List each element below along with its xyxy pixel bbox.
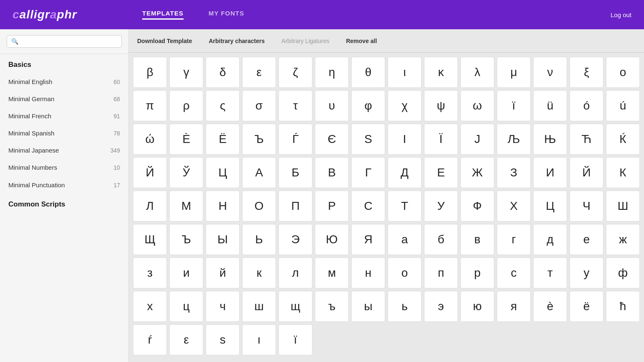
- char-cell[interactable]: Й: [570, 157, 603, 188]
- char-cell[interactable]: Й: [133, 157, 167, 188]
- char-cell[interactable]: а: [388, 224, 422, 255]
- char-cell[interactable]: ú: [606, 90, 640, 121]
- char-cell[interactable]: е: [570, 224, 603, 255]
- char-cell[interactable]: п: [424, 257, 458, 288]
- char-cell[interactable]: ю: [460, 291, 494, 322]
- char-cell[interactable]: Ц: [206, 157, 240, 188]
- char-cell[interactable]: χ: [388, 90, 422, 121]
- char-cell[interactable]: ь: [388, 291, 422, 322]
- char-cell[interactable]: λ: [460, 57, 494, 88]
- char-cell[interactable]: κ: [424, 57, 458, 88]
- char-cell[interactable]: Љ: [497, 124, 531, 155]
- char-cell[interactable]: π: [133, 90, 167, 121]
- char-cell[interactable]: Я: [351, 224, 385, 255]
- char-cell[interactable]: н: [351, 257, 385, 288]
- char-cell[interactable]: Д: [388, 157, 422, 188]
- char-cell[interactable]: σ: [242, 90, 276, 121]
- char-cell[interactable]: ï: [279, 324, 312, 355]
- sidebar-item-minimal-numbers[interactable]: Minimal Numbers 10: [0, 159, 128, 176]
- char-cell[interactable]: Н: [206, 191, 240, 222]
- char-cell[interactable]: З: [497, 157, 531, 188]
- char-cell[interactable]: Ч: [570, 191, 603, 222]
- char-cell[interactable]: Њ: [533, 124, 567, 155]
- sidebar-item-minimal-german[interactable]: Minimal German 68: [0, 90, 128, 107]
- char-cell[interactable]: θ: [351, 57, 385, 88]
- char-cell[interactable]: ώ: [133, 124, 167, 155]
- char-cell[interactable]: д: [533, 224, 567, 255]
- char-cell[interactable]: ν: [533, 57, 567, 88]
- char-cell[interactable]: Ў: [169, 157, 203, 188]
- char-cell[interactable]: П: [279, 191, 312, 222]
- char-cell[interactable]: Т: [388, 191, 422, 222]
- char-cell[interactable]: м: [315, 257, 349, 288]
- char-cell[interactable]: ы: [351, 291, 385, 322]
- char-cell[interactable]: Ï: [424, 124, 458, 155]
- char-cell[interactable]: у: [570, 257, 603, 288]
- char-cell[interactable]: ü: [533, 90, 567, 121]
- char-cell[interactable]: Ъ: [169, 224, 203, 255]
- char-cell[interactable]: ħ: [606, 291, 640, 322]
- char-cell[interactable]: è: [533, 291, 567, 322]
- char-cell[interactable]: ж: [606, 224, 640, 255]
- char-cell[interactable]: з: [133, 257, 167, 288]
- char-cell[interactable]: и: [169, 257, 203, 288]
- char-cell[interactable]: в: [460, 224, 494, 255]
- char-cell[interactable]: т: [533, 257, 567, 288]
- char-cell[interactable]: Ю: [315, 224, 349, 255]
- search-input[interactable]: [22, 38, 117, 45]
- char-cell[interactable]: Г: [351, 157, 385, 188]
- char-cell[interactable]: ζ: [279, 57, 312, 88]
- sidebar-item-minimal-english[interactable]: Minimal English 60: [0, 73, 128, 90]
- char-cell[interactable]: φ: [351, 90, 385, 121]
- char-cell[interactable]: к: [242, 257, 276, 288]
- char-cell[interactable]: Ќ: [606, 124, 640, 155]
- char-cell[interactable]: ο: [606, 57, 640, 88]
- char-cell[interactable]: Щ: [133, 224, 167, 255]
- sidebar-item-minimal-japanese[interactable]: Minimal Japanese 349: [0, 142, 128, 159]
- char-cell[interactable]: ц: [169, 291, 203, 322]
- remove-all-button[interactable]: Remove all: [346, 36, 377, 46]
- char-cell[interactable]: ι: [388, 57, 422, 88]
- char-cell[interactable]: я: [497, 291, 531, 322]
- char-cell[interactable]: С: [351, 191, 385, 222]
- sidebar-item-minimal-spanish[interactable]: Minimal Spanish 78: [0, 125, 128, 142]
- char-cell[interactable]: ё: [570, 291, 603, 322]
- char-cell[interactable]: ξ: [570, 57, 603, 88]
- char-cell[interactable]: Ш: [606, 191, 640, 222]
- char-cell[interactable]: ı: [242, 324, 276, 355]
- char-cell[interactable]: ρ: [169, 90, 203, 121]
- char-cell[interactable]: В: [315, 157, 349, 188]
- char-cell[interactable]: ъ: [315, 291, 349, 322]
- char-cell[interactable]: I: [388, 124, 422, 155]
- char-cell[interactable]: ó: [570, 90, 603, 121]
- char-cell[interactable]: э: [424, 291, 458, 322]
- tab-my-fonts[interactable]: MY FONTS: [209, 10, 244, 20]
- download-template-button[interactable]: Download Template: [137, 36, 192, 46]
- char-cell[interactable]: η: [315, 57, 349, 88]
- char-cell[interactable]: У: [424, 191, 458, 222]
- char-cell[interactable]: È: [169, 124, 203, 155]
- char-cell[interactable]: Э: [279, 224, 312, 255]
- char-cell[interactable]: О: [242, 191, 276, 222]
- char-cell[interactable]: г: [497, 224, 531, 255]
- char-cell[interactable]: s: [206, 324, 240, 355]
- char-cell[interactable]: ф: [606, 257, 640, 288]
- char-cell[interactable]: Ћ: [570, 124, 603, 155]
- char-cell[interactable]: J: [460, 124, 494, 155]
- char-cell[interactable]: δ: [206, 57, 240, 88]
- arbitrary-characters-button[interactable]: Arbitrary characters: [209, 36, 265, 46]
- char-cell[interactable]: ε: [242, 57, 276, 88]
- sidebar-item-minimal-french[interactable]: Minimal French 91: [0, 107, 128, 125]
- char-cell[interactable]: γ: [169, 57, 203, 88]
- char-cell[interactable]: К: [606, 157, 640, 188]
- logout-button[interactable]: Log out: [611, 11, 631, 18]
- char-cell[interactable]: Ь: [242, 224, 276, 255]
- char-cell[interactable]: И: [533, 157, 567, 188]
- char-cell[interactable]: Ц: [533, 191, 567, 222]
- char-cell[interactable]: ш: [242, 291, 276, 322]
- char-cell[interactable]: л: [279, 257, 312, 288]
- char-cell[interactable]: й: [206, 257, 240, 288]
- sidebar-item-minimal-punctuation[interactable]: Minimal Punctuation 17: [0, 176, 128, 194]
- char-cell[interactable]: щ: [279, 291, 312, 322]
- char-cell[interactable]: Р: [315, 191, 349, 222]
